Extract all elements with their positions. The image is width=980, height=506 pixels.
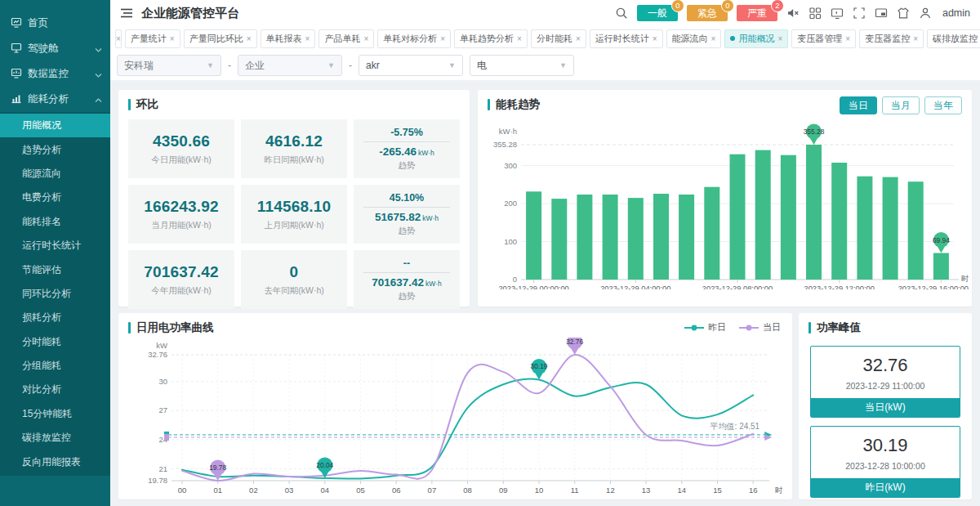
- peak-panel-title: 功率峰值: [817, 320, 861, 335]
- sidebar-subitem-分时能耗[interactable]: 分时能耗: [0, 330, 110, 354]
- tab-能源流向[interactable]: 能源流向×: [666, 29, 722, 48]
- peak-value: 32.76: [811, 355, 960, 376]
- range-button-当月[interactable]: 当月: [882, 96, 920, 114]
- tab-close-icon[interactable]: ×: [440, 30, 445, 47]
- filter-select-4[interactable]: 电▼: [470, 55, 574, 76]
- sidebar-subitem-用能概况[interactable]: 用能概况: [0, 114, 110, 137]
- sidebar-item-数据监控[interactable]: 数据监控: [0, 61, 110, 87]
- sidebar-subitem-15分钟能耗[interactable]: 15分钟能耗: [0, 402, 110, 426]
- alarm-badge-2[interactable]: 紧急0: [687, 5, 728, 21]
- sidebar-item-首页[interactable]: 首页: [0, 11, 110, 36]
- header-left: 企业能源管控平台: [120, 6, 239, 21]
- tab-close-icon[interactable]: ×: [363, 30, 368, 47]
- svg-text:08: 08: [463, 486, 472, 495]
- svg-text:2023-12-29 08:00:00: 2023-12-29 08:00:00: [702, 284, 773, 289]
- svg-text:00: 00: [178, 486, 187, 495]
- tab-close-icon[interactable]: ×: [576, 30, 581, 47]
- legend-item-昨日[interactable]: 昨日: [684, 321, 726, 334]
- tab-产量统计[interactable]: 产量统计×: [125, 29, 180, 48]
- tab-close-icon[interactable]: ×: [247, 30, 252, 47]
- trend-label: 趋势: [399, 226, 416, 237]
- energy-trend-bar-chart: 0100200300355.28kW·h2023-12-29 00:00:002…: [484, 114, 970, 289]
- filter-select-value: 电: [477, 59, 487, 73]
- stat-card-5: 114568.10上月同期(kW·h): [241, 185, 347, 244]
- tab-单耗趋势分析[interactable]: 单耗趋势分析×: [454, 29, 528, 48]
- filter-select-1[interactable]: 安科瑞▼: [117, 55, 221, 76]
- tab-close-icon[interactable]: ×: [170, 30, 175, 47]
- sidebar-subitem-对比分析[interactable]: 对比分析: [0, 378, 110, 401]
- svg-text:10: 10: [535, 486, 544, 495]
- svg-text:355.28: 355.28: [493, 140, 517, 149]
- tab-label: 单耗对标分析: [383, 30, 437, 47]
- username[interactable]: admin: [942, 7, 970, 19]
- sidebar-subitem-趋势分析[interactable]: 趋势分析: [0, 137, 110, 161]
- trend-delta-unit: kW·h: [425, 280, 442, 288]
- screen-share-icon[interactable]: [831, 7, 844, 20]
- theme-skin-icon[interactable]: [897, 7, 910, 20]
- picture-in-picture-icon[interactable]: [875, 7, 888, 20]
- svg-text:11: 11: [571, 486, 579, 495]
- sidebar-subitem-碳排放监控[interactable]: 碳排放监控: [0, 426, 110, 450]
- alarm-badge-1[interactable]: 一般0: [637, 5, 678, 21]
- tab-close-icon[interactable]: ×: [711, 30, 716, 47]
- tab-close-icon[interactable]: ×: [653, 30, 657, 47]
- tab-产品单耗[interactable]: 产品单耗×: [318, 29, 374, 48]
- stat-value: 4616.12: [265, 132, 323, 150]
- peak-card-1: 32.762023-12-29 11:00:00当日(kW): [810, 346, 960, 418]
- sidebar-subitem-同环比分析[interactable]: 同环比分析: [0, 282, 110, 306]
- tab-变压器管理[interactable]: 变压器管理×: [791, 29, 856, 48]
- curve-legend: 昨日当日: [684, 321, 781, 334]
- tab-close-icon[interactable]: ×: [116, 30, 121, 47]
- tab-单耗报表[interactable]: 单耗报表×: [261, 29, 316, 48]
- tab-用能概况[interactable]: 用能概况×: [724, 29, 788, 48]
- sidebar-subitem-节能评估[interactable]: 节能评估: [0, 257, 110, 281]
- svg-text:01: 01: [213, 486, 222, 495]
- peak-time: 2023-12-28 10:00:00: [811, 461, 960, 471]
- range-button-当年[interactable]: 当年: [924, 96, 962, 114]
- filter-select-2[interactable]: 企业▼: [238, 55, 342, 76]
- sidebar-subitem-分组能耗[interactable]: 分组能耗: [0, 354, 110, 378]
- sidebar-subitem-运行时长统计[interactable]: 运行时长统计: [0, 234, 110, 257]
- range-button-当日[interactable]: 当日: [840, 96, 877, 114]
- svg-text:05: 05: [356, 486, 365, 495]
- fullscreen-icon[interactable]: [853, 7, 866, 20]
- sidebar-subitem-电费分析[interactable]: 电费分析: [0, 186, 110, 209]
- tab-产量同比环比[interactable]: 产量同比环比×: [184, 29, 257, 48]
- sidebar-subitem-能源流向[interactable]: 能源流向: [0, 162, 110, 186]
- svg-text:03: 03: [285, 486, 294, 495]
- legend-item-当日[interactable]: 当日: [739, 321, 781, 334]
- sidebar-item-能耗分析[interactable]: 能耗分析: [0, 87, 110, 112]
- tab-close-icon[interactable]: ×: [913, 30, 918, 47]
- tab-close-icon[interactable]: ×: [777, 30, 782, 47]
- trend-delta: 51675.82kW·h: [375, 211, 439, 223]
- tab-运行时长统计[interactable]: 运行时长统计×: [590, 29, 663, 48]
- sidebar-subitem-能耗排名[interactable]: 能耗排名: [0, 210, 110, 234]
- trend-delta: 701637.42kW·h: [372, 276, 442, 289]
- apps-grid-icon[interactable]: [808, 7, 822, 20]
- tab-变压器监控[interactable]: 变压器监控×: [859, 29, 924, 48]
- collapse-menu-icon[interactable]: [120, 7, 133, 19]
- filter-select-3[interactable]: akr▼: [359, 55, 463, 76]
- search-icon[interactable]: [615, 7, 628, 20]
- tab-close-icon[interactable]: ×: [845, 30, 850, 47]
- mute-icon[interactable]: [786, 7, 800, 20]
- svg-text:355.28: 355.28: [804, 128, 825, 136]
- legend-symbol: [684, 323, 704, 333]
- filter-select-value: akr: [366, 60, 380, 71]
- trend-panel-title: 能耗趋势: [496, 97, 540, 112]
- user-avatar-icon[interactable]: [919, 7, 932, 20]
- sidebar-subitem-损耗分析[interactable]: 损耗分析: [0, 306, 110, 329]
- tab-碳排放监控[interactable]: 碳排放监控×: [927, 29, 980, 48]
- peak-card-2: 30.192023-12-28 10:00:00昨日(kW): [810, 426, 960, 498]
- alarm-badge-3[interactable]: 严重2: [737, 5, 777, 21]
- tab-单耗对标分析[interactable]: 单耗对标分析×: [377, 29, 451, 48]
- sidebar-subitem-反向用能报表[interactable]: 反向用能报表: [0, 450, 110, 473]
- tab-close-icon[interactable]: ×: [305, 30, 310, 47]
- content: 环比 4350.66今日用能(kW·h)4616.12昨日同期(kW·h)-5.…: [110, 80, 980, 506]
- sidebar-item-驾驶舱[interactable]: 驾驶舱: [0, 36, 110, 61]
- tab-分时能耗[interactable]: 分时能耗×: [531, 29, 586, 48]
- svg-text:27: 27: [158, 405, 167, 414]
- tab-close-icon[interactable]: ×: [517, 30, 522, 47]
- tab-partial[interactable]: ×: [115, 29, 122, 48]
- svg-text:平均值: 24.51: 平均值: 24.51: [710, 422, 760, 431]
